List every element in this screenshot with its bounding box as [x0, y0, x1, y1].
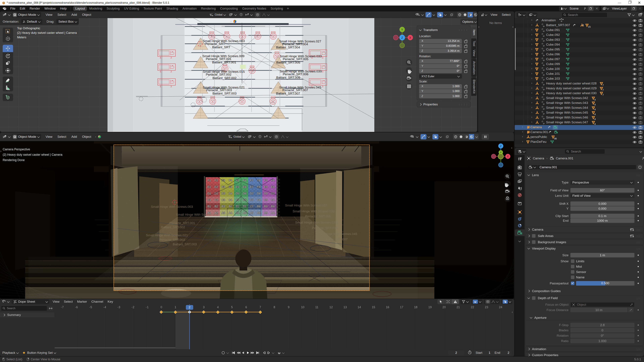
svg-text:Small Hinge With Screws.027: Small Hinge With Screws.027 — [285, 204, 327, 207]
svg-text:Periacte_SRT.005: Periacte_SRT.005 — [305, 215, 331, 218]
svg-text:Periacte_SRT.007: Periacte_SRT.007 — [282, 88, 308, 92]
svg-text:Battant_SRT.004: Battant_SRT.004 — [276, 45, 300, 49]
svg-text:Periacte_SRT.001: Periacte_SRT.001 — [170, 221, 195, 225]
svg-text:Periacte_SRT.006: Periacte_SRT.006 — [283, 72, 308, 76]
svg-text:Periacte_SRT.001: Periacte_SRT.001 — [206, 57, 232, 61]
svg-text:Periacte_SRT.007: Periacte_SRT.007 — [322, 238, 348, 241]
svg-text:Small Hinge With Screws.021: Small Hinge With Screws.021 — [146, 233, 188, 237]
svg-text:Battant_SRT: Battant_SRT — [212, 45, 230, 49]
svg-text:Periacte_SRT.002: Periacte_SRT.002 — [206, 73, 232, 76]
svg-text:Y: Y — [401, 28, 403, 31]
svg-text:Battant_SRT.001: Battant_SRT.001 — [212, 60, 236, 64]
svg-text:Periacte_SRT.005: Periacte_SRT.005 — [283, 57, 308, 61]
svg-text:Z: Z — [401, 36, 403, 39]
svg-text:Battant_SRT.007: Battant_SRT.007 — [276, 92, 300, 95]
svg-text:Battant_SRT.006: Battant_SRT.006 — [276, 76, 300, 79]
svg-text:Battant_SRT.005: Battant_SRT.005 — [276, 61, 300, 64]
svg-text:Battant_SRT.002: Battant_SRT.002 — [212, 76, 236, 80]
svg-text:Small Hinge With Screws.039: Small Hinge With Screws.039 — [295, 221, 337, 224]
svg-text:Small Hinge With Screws.033: Small Hinge With Screws.033 — [293, 210, 334, 213]
svg-text:Z: Z — [500, 145, 502, 147]
svg-text:Periacte_SRT.003: Periacte_SRT.003 — [159, 238, 185, 242]
svg-text:Battant_SRT.003: Battant_SRT.003 — [173, 243, 197, 246]
svg-text:Periacte_SRT.003: Periacte_SRT.003 — [206, 88, 232, 92]
svg-text:Small Hinge With Screws.009: Small Hinge With Screws.009 — [176, 213, 218, 216]
svg-text:Periacte_SRT.006: Periacte_SRT.006 — [312, 226, 338, 230]
svg-text:Periacte_SRT: Periacte_SRT — [205, 42, 225, 46]
svg-text:Battant_SRT.002: Battant_SRT.002 — [161, 225, 185, 229]
svg-text:Y: Y — [500, 151, 502, 154]
svg-text:Battant_SRT.003: Battant_SRT.003 — [212, 92, 236, 95]
svg-text:X: X — [507, 155, 509, 158]
svg-text:X: X — [409, 36, 411, 39]
svg-text:Small Hinge With Screws.045: Small Hinge With Screws.045 — [315, 232, 357, 236]
svg-text:Small Hinge With Screws.003: Small Hinge With Screws.003 — [151, 205, 193, 209]
